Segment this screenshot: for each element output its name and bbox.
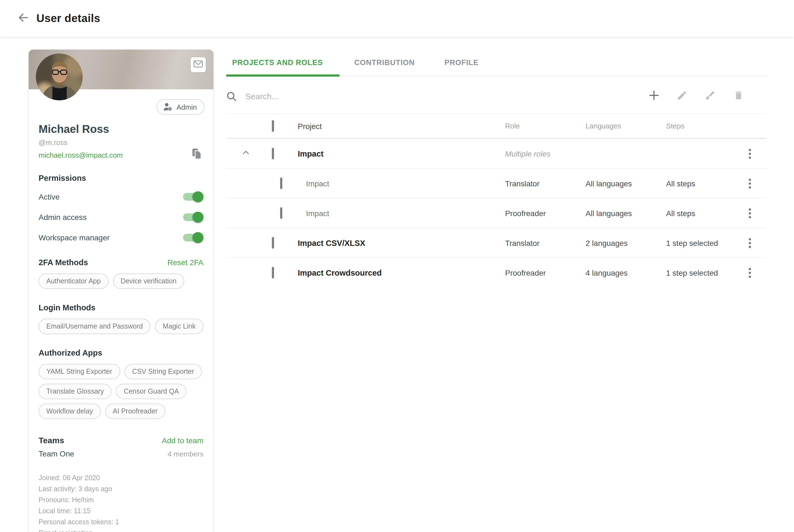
login-method-chip: Email/Username and Password	[39, 319, 151, 334]
delete-button[interactable]	[732, 90, 744, 102]
user-meta-info: Joined: 06 Apr 2020 Last activity: 3 day…	[39, 473, 204, 532]
steps-cell: All steps	[666, 179, 733, 188]
permission-label: Active	[39, 192, 60, 201]
languages-cell: 2 languages	[586, 239, 666, 247]
brush-icon	[705, 90, 716, 103]
column-header-project: Project	[292, 121, 505, 130]
project-name: Impact	[292, 209, 505, 217]
table-row[interactable]: Impact Crowdsourced Proofreader 4 langua…	[226, 258, 767, 288]
tab-bar: PROJECTS AND ROLES CONTRIBUTION PROFILE	[226, 50, 767, 76]
row-menu-button[interactable]	[745, 146, 754, 161]
table-row[interactable]: Impact Translator All languages All step…	[226, 169, 767, 198]
plus-icon	[648, 90, 660, 103]
column-header-role: Role	[505, 122, 586, 130]
add-to-team-link[interactable]: Add to team	[162, 436, 204, 444]
login-method-chip: Magic Link	[155, 319, 204, 334]
chevron-up-icon	[241, 148, 251, 159]
role-cell: Translator	[505, 239, 586, 247]
info-local-time: Local time: 11:15	[39, 506, 204, 517]
steps-cell: 1 step selected	[666, 268, 733, 277]
admin-badge: Admin	[157, 99, 205, 115]
permission-row: Workspace manager	[39, 231, 204, 244]
permission-label: Workspace manager	[39, 233, 110, 242]
authorized-app-chip: Workflow delay	[39, 403, 101, 419]
user-email-link[interactable]: michael.ross@impact.com	[39, 151, 123, 159]
row-menu-button[interactable]	[745, 206, 754, 220]
team-name: Team One	[39, 449, 74, 458]
select-all-checkbox[interactable]	[272, 120, 274, 132]
column-header-steps: Steps	[666, 122, 733, 130]
role-cell: Proofreader	[505, 268, 586, 277]
table-row[interactable]: Impact Proofreader All languages All ste…	[226, 198, 767, 228]
twofa-title: 2FA Methods	[39, 258, 88, 267]
authorized-apps-title: Authorized Apps	[39, 348, 204, 357]
info-joined: Joined: 06 Apr 2020	[39, 473, 204, 483]
user-name: Michael Ross	[39, 123, 204, 136]
tab-projects-and-roles[interactable]: PROJECTS AND ROLES	[226, 50, 339, 76]
admin-badge-label: Admin	[176, 103, 197, 111]
search-input[interactable]	[245, 92, 477, 101]
permission-row: Admin access	[39, 211, 204, 223]
authorized-app-chip: Censor Guard QA	[116, 384, 187, 399]
permissions-title: Permissions	[39, 174, 204, 183]
projects-table: Project Role Languages Steps Impact Mult…	[226, 114, 767, 288]
row-checkbox[interactable]	[280, 177, 282, 189]
workspace-manager-toggle[interactable]	[183, 234, 202, 242]
active-toggle[interactable]	[183, 193, 202, 201]
twofa-chip: Device verification	[113, 273, 184, 289]
tab-contribution[interactable]: CONTRIBUTION	[339, 50, 430, 76]
clean-button[interactable]	[704, 90, 716, 102]
row-checkbox[interactable]	[272, 267, 274, 279]
permission-label: Admin access	[39, 213, 87, 222]
info-access-tokens: Personal access tokens: 1	[39, 517, 204, 528]
authorized-app-chip: CSV String Exporter	[124, 364, 202, 379]
search-box[interactable]	[226, 91, 648, 102]
app-root: User details	[0, 0, 794, 532]
tab-profile[interactable]: PROFILE	[430, 50, 493, 76]
send-email-button[interactable]	[191, 57, 206, 72]
toggle-knob	[192, 212, 204, 223]
role-cell: Translator	[505, 179, 586, 188]
row-checkbox[interactable]	[272, 237, 274, 248]
toggle-knob	[192, 191, 204, 202]
info-registration: Direct registration	[39, 528, 204, 532]
add-button[interactable]	[648, 90, 660, 102]
authorized-app-chip: AI Proofreader	[105, 403, 166, 419]
project-name: Impact	[292, 179, 505, 188]
authorized-app-chip: YAML String Exporter	[39, 364, 120, 379]
column-header-languages: Languages	[586, 122, 666, 130]
table-row[interactable]: Impact CSV/XLSX Translator 2 languages 1…	[226, 228, 767, 258]
row-menu-button[interactable]	[745, 236, 754, 250]
row-menu-button[interactable]	[745, 176, 754, 190]
arrow-left-icon	[17, 11, 29, 26]
trash-icon	[733, 90, 743, 103]
twofa-chip: Authenticator App	[39, 273, 108, 289]
role-cell: Multiple roles	[505, 149, 586, 158]
back-button[interactable]	[14, 10, 32, 27]
admin-access-toggle[interactable]	[183, 213, 202, 221]
collapse-row-button[interactable]	[239, 147, 252, 160]
project-name: Impact CSV/XLSX	[292, 239, 505, 247]
authorized-app-chip: Translate Glossary	[39, 384, 112, 399]
row-menu-button[interactable]	[745, 266, 754, 280]
table-row[interactable]: Impact Multiple roles	[226, 139, 767, 169]
teams-title: Teams	[39, 436, 64, 445]
reset-2fa-link[interactable]: Reset 2FA	[167, 258, 204, 267]
languages-cell: All languages	[586, 179, 666, 188]
table-header-row: Project Role Languages Steps	[226, 114, 767, 139]
role-cell: Proofreader	[505, 209, 586, 217]
avatar	[36, 54, 83, 100]
page-title: User details	[36, 12, 100, 25]
row-checkbox[interactable]	[280, 207, 282, 218]
user-card: Admin Michael Ross @m.ross michael.ross@…	[29, 50, 213, 532]
envelope-icon	[193, 60, 203, 70]
row-checkbox[interactable]	[272, 148, 274, 159]
permission-row: Active	[39, 191, 204, 203]
edit-button[interactable]	[676, 90, 688, 102]
main-panel: PROJECTS AND ROLES CONTRIBUTION PROFILE	[226, 50, 767, 288]
top-bar: User details	[0, 0, 794, 37]
project-name: Impact Crowdsourced	[292, 268, 505, 277]
info-pronouns: Pronouns: He/him	[39, 495, 204, 506]
copy-email-button[interactable]	[190, 148, 204, 162]
team-row[interactable]: Team One 4 members	[39, 449, 204, 458]
